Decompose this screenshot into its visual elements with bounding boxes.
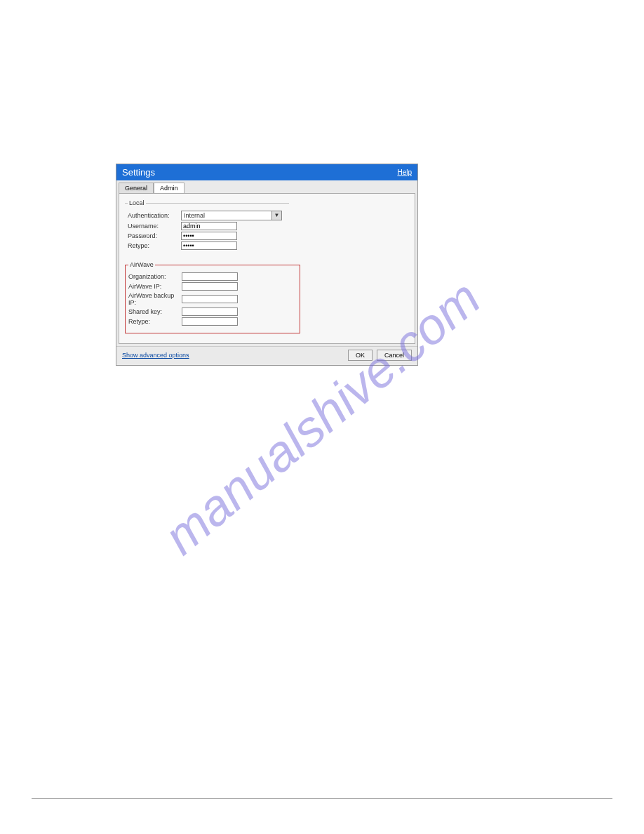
row-shared-key: Shared key: (128, 307, 297, 316)
tab-admin[interactable]: Admin (154, 183, 185, 193)
airwave-legend: AirWave (128, 261, 155, 268)
row-retype-airwave: Retype: (128, 317, 297, 326)
chevron-down-icon: ▼ (271, 211, 281, 220)
airwave-ip-field[interactable] (182, 282, 238, 291)
local-fieldset: Local Authentication: Internal ▼ Usernam… (125, 199, 289, 257)
authentication-select[interactable]: Internal ▼ (181, 211, 282, 220)
row-organization: Organization: (128, 272, 297, 281)
dialog-footer: Show advanced options OK Cancel (116, 346, 417, 365)
password-field[interactable] (181, 232, 237, 240)
tab-general[interactable]: General (119, 183, 154, 193)
retype-local-field[interactable] (181, 241, 237, 250)
label-retype-local: Retype: (128, 242, 181, 249)
row-username: Username: (128, 222, 286, 230)
row-password: Password: (128, 232, 286, 240)
dialog-header: Settings Help (116, 164, 417, 180)
footer-buttons: OK Cancel (348, 350, 412, 361)
ok-button[interactable]: OK (348, 350, 373, 361)
row-retype-local: Retype: (128, 241, 286, 250)
dialog-title: Settings (122, 167, 155, 178)
page-divider (32, 798, 612, 799)
label-organization: Organization: (128, 273, 182, 280)
username-field[interactable] (181, 222, 237, 230)
label-retype-airwave: Retype: (128, 318, 182, 325)
label-airwave-backup-ip: AirWave backup IP: (128, 292, 182, 306)
show-advanced-link[interactable]: Show advanced options (122, 352, 189, 359)
airwave-fieldset: AirWave Organization: AirWave IP: AirWav… (125, 261, 300, 333)
retype-airwave-field[interactable] (182, 317, 238, 326)
label-airwave-ip: AirWave IP: (128, 283, 182, 290)
row-authentication: Authentication: Internal ▼ (128, 211, 286, 220)
label-shared-key: Shared key: (128, 308, 182, 315)
label-username: Username: (128, 223, 181, 230)
authentication-select-value: Internal (182, 212, 271, 219)
local-legend: Local (128, 199, 146, 206)
admin-panel: Local Authentication: Internal ▼ Usernam… (119, 193, 415, 344)
tab-bar: General Admin (116, 180, 417, 193)
airwave-backup-ip-field[interactable] (182, 295, 238, 303)
row-airwave-ip: AirWave IP: (128, 282, 297, 291)
cancel-button[interactable]: Cancel (377, 350, 412, 361)
organization-field[interactable] (182, 272, 238, 281)
row-airwave-backup-ip: AirWave backup IP: (128, 292, 297, 306)
shared-key-field[interactable] (182, 307, 238, 316)
label-password: Password: (128, 232, 181, 239)
help-link[interactable]: Help (397, 168, 412, 176)
settings-dialog: Settings Help General Admin Local Authen… (116, 164, 418, 366)
label-authentication: Authentication: (128, 212, 181, 219)
